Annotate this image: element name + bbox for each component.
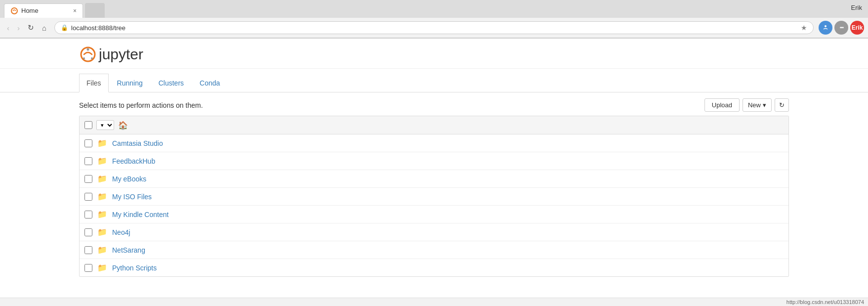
folder-icon: 📁 bbox=[97, 156, 107, 166]
home-folder-icon[interactable]: 🏠 bbox=[118, 121, 128, 130]
file-list-item: 📁 My Kindle Content bbox=[80, 206, 788, 223]
forward-button[interactable]: › bbox=[14, 22, 23, 34]
file-checkbox-5[interactable] bbox=[84, 228, 92, 236]
svg-point-5 bbox=[91, 57, 93, 59]
file-checkbox-2[interactable] bbox=[84, 175, 92, 183]
refresh-button[interactable]: ↻ bbox=[775, 98, 789, 112]
back-button[interactable]: ‹ bbox=[4, 22, 12, 34]
file-list-item: 📁 Neo4j bbox=[80, 223, 788, 241]
file-checkbox-3[interactable] bbox=[84, 193, 92, 201]
sort-dropdown[interactable]: ▾ bbox=[96, 120, 114, 130]
file-name-link[interactable]: My eBooks bbox=[112, 175, 146, 183]
upload-button[interactable]: Upload bbox=[704, 98, 740, 112]
file-list-item: 📁 My eBooks bbox=[80, 170, 788, 188]
file-checkbox-6[interactable] bbox=[84, 246, 92, 254]
browser-chrome: Home × Erik ‹ › ↻ ⌂ 🔒 localhost:8888/tre… bbox=[0, 0, 868, 39]
tab-clusters[interactable]: Clusters bbox=[151, 74, 191, 92]
active-tab[interactable]: Home × bbox=[4, 3, 83, 18]
browser-nav-icons: ··· Erik bbox=[819, 21, 864, 35]
browser-user-button[interactable]: Erik bbox=[850, 21, 864, 35]
address-bar[interactable]: 🔒 localhost:8888/tree ★ bbox=[54, 21, 814, 34]
bookmark-star-icon[interactable]: ★ bbox=[801, 24, 807, 32]
file-name-link[interactable]: NetSarang bbox=[112, 246, 145, 254]
file-browser: Select items to perform actions on them.… bbox=[0, 92, 868, 277]
jupyter-logo-icon bbox=[79, 45, 97, 63]
browser-extension-1[interactable] bbox=[819, 21, 832, 35]
new-button-label: New bbox=[748, 101, 761, 109]
user-initial: Erik bbox=[852, 24, 863, 31]
file-checkbox-0[interactable] bbox=[84, 139, 92, 147]
page-content: jupyter Files Running Clusters Conda Sel… bbox=[0, 39, 868, 277]
file-list-item: 📁 Camtasia Studio bbox=[80, 134, 788, 152]
tab-close-button[interactable]: × bbox=[69, 7, 77, 14]
browser-user-name: Erik bbox=[851, 4, 862, 11]
file-list-item: 📁 Python Scripts bbox=[80, 259, 788, 276]
file-name-link[interactable]: Python Scripts bbox=[112, 264, 157, 272]
file-list-item: 📁 My ISO Files bbox=[80, 188, 788, 206]
svg-point-1 bbox=[825, 25, 827, 27]
tab-files[interactable]: Files bbox=[79, 74, 109, 92]
file-name-link[interactable]: Neo4j bbox=[112, 228, 130, 236]
home-button[interactable]: ⌂ bbox=[39, 22, 49, 34]
jupyter-logo: jupyter bbox=[79, 45, 868, 63]
file-list: 📁 Camtasia Studio 📁 FeedbackHub 📁 My eBo… bbox=[80, 134, 788, 276]
new-button[interactable]: New ▾ bbox=[743, 98, 772, 112]
toolbar-actions: Upload New ▾ ↻ bbox=[704, 98, 789, 112]
reload-button[interactable]: ↻ bbox=[25, 21, 37, 34]
jupyter-header: jupyter bbox=[0, 39, 868, 69]
file-name-link[interactable]: Camtasia Studio bbox=[112, 139, 163, 147]
new-tab-area[interactable] bbox=[85, 3, 105, 18]
folder-icon: 📁 bbox=[97, 210, 107, 219]
folder-icon: 📁 bbox=[97, 263, 107, 272]
folder-icon: 📁 bbox=[97, 227, 107, 237]
navigation-bar: ‹ › ↻ ⌂ 🔒 localhost:8888/tree ★ ··· Erik bbox=[0, 18, 868, 38]
file-checkbox-4[interactable] bbox=[84, 211, 92, 219]
svg-point-3 bbox=[87, 48, 89, 51]
tab-running[interactable]: Running bbox=[110, 74, 150, 92]
browser-extension-2[interactable]: ··· bbox=[834, 21, 848, 35]
new-dropdown-arrow: ▾ bbox=[763, 101, 766, 109]
file-list-container: ▾ 🏠 📁 Camtasia Studio 📁 FeedbackHub 📁 My… bbox=[79, 116, 789, 277]
folder-icon: 📁 bbox=[97, 174, 107, 183]
lock-icon: 🔒 bbox=[61, 24, 68, 31]
main-tabs: Files Running Clusters Conda bbox=[0, 74, 868, 92]
extension-2-label: ··· bbox=[839, 23, 843, 32]
tab-title: Home bbox=[21, 7, 39, 14]
select-all-checkbox[interactable] bbox=[84, 121, 92, 129]
file-name-link[interactable]: My Kindle Content bbox=[112, 211, 168, 219]
file-toolbar-row: Select items to perform actions on them.… bbox=[79, 92, 789, 116]
file-checkbox-1[interactable] bbox=[84, 157, 92, 165]
folder-icon: 📁 bbox=[97, 245, 107, 255]
jupyter-logo-text: jupyter bbox=[99, 46, 143, 63]
file-list-item: 📁 FeedbackHub bbox=[80, 152, 788, 170]
tab-favicon bbox=[10, 7, 18, 15]
file-list-header: ▾ 🏠 bbox=[80, 116, 788, 134]
file-name-link[interactable]: FeedbackHub bbox=[112, 157, 155, 165]
folder-icon: 📁 bbox=[97, 192, 107, 201]
svg-point-0 bbox=[11, 8, 17, 14]
folder-icon: 📁 bbox=[97, 138, 107, 148]
tab-conda[interactable]: Conda bbox=[192, 74, 227, 92]
file-name-link[interactable]: My ISO Files bbox=[112, 193, 152, 201]
select-info-text: Select items to perform actions on them. bbox=[79, 101, 203, 109]
tab-bar: Home × Erik bbox=[0, 0, 868, 18]
svg-point-4 bbox=[83, 57, 85, 59]
address-text: localhost:8888/tree bbox=[71, 24, 798, 32]
file-checkbox-7[interactable] bbox=[84, 264, 92, 272]
file-list-item: 📁 NetSarang bbox=[80, 241, 788, 259]
